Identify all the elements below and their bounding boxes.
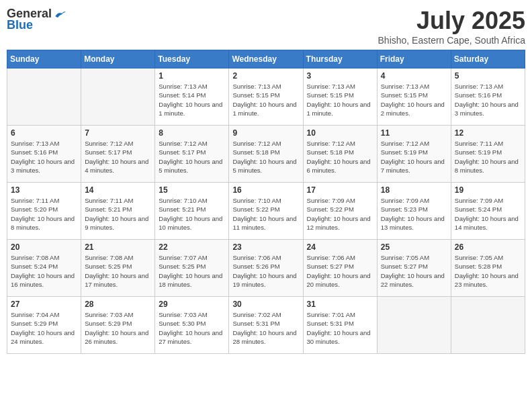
weekday-header-friday: Friday	[377, 50, 451, 68]
month-title: July 2025	[378, 7, 525, 35]
calendar-cell: 29Sunrise: 7:03 AM Sunset: 5:30 PM Dayli…	[155, 297, 229, 354]
day-number: 8	[159, 128, 225, 138]
header: General Blue July 2025 Bhisho, Eastern C…	[7, 7, 525, 46]
day-info: Sunrise: 7:13 AM Sunset: 5:15 PM Dayligh…	[307, 82, 373, 118]
day-info: Sunrise: 7:12 AM Sunset: 5:17 PM Dayligh…	[85, 139, 151, 175]
day-number: 11	[381, 128, 447, 138]
day-info: Sunrise: 7:13 AM Sunset: 5:16 PM Dayligh…	[11, 139, 77, 175]
calendar-cell: 10Sunrise: 7:12 AM Sunset: 5:18 PM Dayli…	[303, 126, 377, 183]
calendar-cell: 19Sunrise: 7:09 AM Sunset: 5:24 PM Dayli…	[451, 183, 525, 240]
day-number: 5	[455, 71, 521, 81]
calendar-cell	[7, 68, 81, 126]
calendar-cell: 20Sunrise: 7:08 AM Sunset: 5:24 PM Dayli…	[7, 240, 81, 297]
day-number: 21	[85, 242, 151, 252]
day-info: Sunrise: 7:08 AM Sunset: 5:25 PM Dayligh…	[85, 253, 151, 289]
weekday-header-monday: Monday	[81, 50, 155, 68]
calendar-cell: 30Sunrise: 7:02 AM Sunset: 5:31 PM Dayli…	[229, 297, 303, 354]
title-area: July 2025 Bhisho, Eastern Cape, South Af…	[378, 7, 525, 46]
day-number: 15	[159, 185, 225, 195]
day-number: 20	[11, 242, 77, 252]
day-info: Sunrise: 7:05 AM Sunset: 5:28 PM Dayligh…	[455, 253, 521, 289]
calendar-cell: 11Sunrise: 7:12 AM Sunset: 5:19 PM Dayli…	[377, 126, 451, 183]
calendar-cell: 27Sunrise: 7:04 AM Sunset: 5:29 PM Dayli…	[7, 297, 81, 354]
day-info: Sunrise: 7:09 AM Sunset: 5:24 PM Dayligh…	[455, 196, 521, 232]
day-number: 23	[232, 242, 299, 252]
calendar-header-row: SundayMondayTuesdayWednesdayThursdayFrid…	[7, 50, 525, 68]
day-number: 25	[381, 242, 447, 252]
calendar-cell: 15Sunrise: 7:10 AM Sunset: 5:21 PM Dayli…	[155, 183, 229, 240]
calendar-week-2: 6Sunrise: 7:13 AM Sunset: 5:16 PM Daylig…	[7, 126, 525, 183]
day-info: Sunrise: 7:12 AM Sunset: 5:19 PM Dayligh…	[381, 139, 447, 175]
calendar-cell	[377, 297, 451, 354]
day-number: 2	[232, 71, 299, 81]
calendar-body: 1Sunrise: 7:13 AM Sunset: 5:14 PM Daylig…	[7, 68, 525, 354]
day-number: 27	[11, 300, 77, 309]
day-info: Sunrise: 7:13 AM Sunset: 5:15 PM Dayligh…	[232, 82, 299, 118]
day-number: 30	[232, 300, 299, 309]
weekday-header-tuesday: Tuesday	[155, 50, 229, 68]
day-number: 16	[232, 185, 299, 195]
day-info: Sunrise: 7:09 AM Sunset: 5:22 PM Dayligh…	[307, 196, 373, 232]
day-number: 24	[307, 242, 373, 252]
calendar-cell: 6Sunrise: 7:13 AM Sunset: 5:16 PM Daylig…	[7, 126, 81, 183]
calendar-cell: 13Sunrise: 7:11 AM Sunset: 5:20 PM Dayli…	[7, 183, 81, 240]
calendar-week-4: 20Sunrise: 7:08 AM Sunset: 5:24 PM Dayli…	[7, 240, 525, 297]
calendar-cell: 9Sunrise: 7:12 AM Sunset: 5:18 PM Daylig…	[229, 126, 303, 183]
calendar-cell: 26Sunrise: 7:05 AM Sunset: 5:28 PM Dayli…	[451, 240, 525, 297]
day-number: 13	[11, 185, 77, 195]
day-number: 28	[85, 300, 151, 309]
day-info: Sunrise: 7:12 AM Sunset: 5:17 PM Dayligh…	[159, 139, 225, 175]
day-info: Sunrise: 7:13 AM Sunset: 5:14 PM Dayligh…	[159, 82, 225, 118]
calendar-cell: 8Sunrise: 7:12 AM Sunset: 5:17 PM Daylig…	[155, 126, 229, 183]
day-info: Sunrise: 7:03 AM Sunset: 5:30 PM Dayligh…	[159, 310, 225, 346]
calendar-cell: 3Sunrise: 7:13 AM Sunset: 5:15 PM Daylig…	[303, 68, 377, 126]
calendar-cell: 7Sunrise: 7:12 AM Sunset: 5:17 PM Daylig…	[81, 126, 155, 183]
day-info: Sunrise: 7:04 AM Sunset: 5:29 PM Dayligh…	[11, 310, 77, 346]
calendar-cell: 1Sunrise: 7:13 AM Sunset: 5:14 PM Daylig…	[155, 68, 229, 126]
calendar-cell: 2Sunrise: 7:13 AM Sunset: 5:15 PM Daylig…	[229, 68, 303, 126]
day-info: Sunrise: 7:02 AM Sunset: 5:31 PM Dayligh…	[232, 310, 299, 346]
calendar-cell: 18Sunrise: 7:09 AM Sunset: 5:23 PM Dayli…	[377, 183, 451, 240]
calendar-cell: 23Sunrise: 7:06 AM Sunset: 5:26 PM Dayli…	[229, 240, 303, 297]
day-info: Sunrise: 7:12 AM Sunset: 5:18 PM Dayligh…	[307, 139, 373, 175]
day-info: Sunrise: 7:11 AM Sunset: 5:19 PM Dayligh…	[455, 139, 521, 175]
calendar-cell: 16Sunrise: 7:10 AM Sunset: 5:22 PM Dayli…	[229, 183, 303, 240]
day-info: Sunrise: 7:03 AM Sunset: 5:29 PM Dayligh…	[85, 310, 151, 346]
day-number: 7	[85, 128, 151, 138]
day-number: 12	[455, 128, 521, 138]
weekday-header-saturday: Saturday	[451, 50, 525, 68]
calendar-cell: 28Sunrise: 7:03 AM Sunset: 5:29 PM Dayli…	[81, 297, 155, 354]
day-number: 10	[307, 128, 373, 138]
weekday-header-sunday: Sunday	[7, 50, 81, 68]
day-info: Sunrise: 7:10 AM Sunset: 5:22 PM Dayligh…	[232, 196, 299, 232]
day-number: 22	[159, 242, 225, 252]
calendar-cell: 17Sunrise: 7:09 AM Sunset: 5:22 PM Dayli…	[303, 183, 377, 240]
calendar-cell	[451, 297, 525, 354]
day-number: 29	[159, 300, 225, 309]
calendar-cell: 31Sunrise: 7:01 AM Sunset: 5:31 PM Dayli…	[303, 297, 377, 354]
calendar-table: SundayMondayTuesdayWednesdayThursdayFrid…	[7, 50, 525, 354]
day-info: Sunrise: 7:06 AM Sunset: 5:26 PM Dayligh…	[232, 253, 299, 289]
day-number: 6	[11, 128, 77, 138]
day-info: Sunrise: 7:11 AM Sunset: 5:20 PM Dayligh…	[11, 196, 77, 232]
weekday-header-wednesday: Wednesday	[229, 50, 303, 68]
weekday-header-thursday: Thursday	[303, 50, 377, 68]
day-info: Sunrise: 7:01 AM Sunset: 5:31 PM Dayligh…	[307, 310, 373, 346]
calendar-week-1: 1Sunrise: 7:13 AM Sunset: 5:14 PM Daylig…	[7, 68, 525, 126]
day-number: 26	[455, 242, 521, 252]
day-info: Sunrise: 7:13 AM Sunset: 5:15 PM Dayligh…	[381, 82, 447, 118]
logo: General Blue	[7, 7, 66, 32]
calendar-cell: 14Sunrise: 7:11 AM Sunset: 5:21 PM Dayli…	[81, 183, 155, 240]
calendar-cell: 25Sunrise: 7:05 AM Sunset: 5:27 PM Dayli…	[377, 240, 451, 297]
day-info: Sunrise: 7:07 AM Sunset: 5:25 PM Dayligh…	[159, 253, 225, 289]
day-info: Sunrise: 7:10 AM Sunset: 5:21 PM Dayligh…	[159, 196, 225, 232]
day-info: Sunrise: 7:05 AM Sunset: 5:27 PM Dayligh…	[381, 253, 447, 289]
calendar-cell	[81, 68, 155, 126]
calendar-cell: 21Sunrise: 7:08 AM Sunset: 5:25 PM Dayli…	[81, 240, 155, 297]
calendar-cell: 5Sunrise: 7:13 AM Sunset: 5:16 PM Daylig…	[451, 68, 525, 126]
location-title: Bhisho, Eastern Cape, South Africa	[378, 35, 525, 46]
calendar-week-3: 13Sunrise: 7:11 AM Sunset: 5:20 PM Dayli…	[7, 183, 525, 240]
day-number: 17	[307, 185, 373, 195]
day-number: 9	[232, 128, 299, 138]
calendar-cell: 12Sunrise: 7:11 AM Sunset: 5:19 PM Dayli…	[451, 126, 525, 183]
